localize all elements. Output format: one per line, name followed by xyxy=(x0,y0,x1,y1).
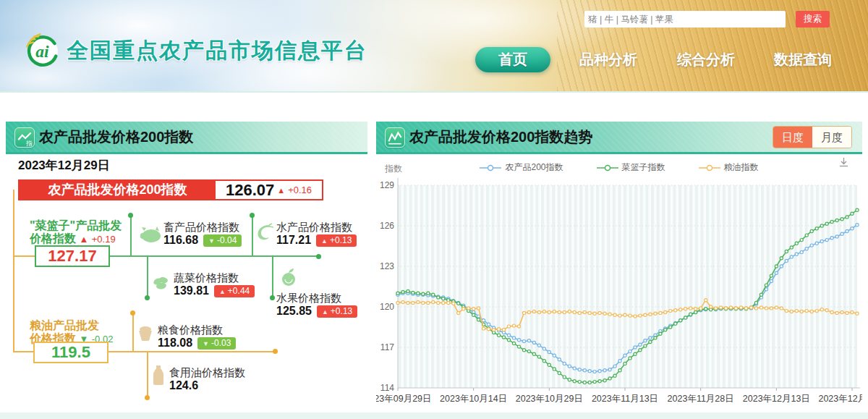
svg-text:126: 126 xyxy=(380,221,394,231)
right-panel-header: 农产品批发价格200指数趋势 日度 月度 xyxy=(376,122,862,154)
grain-badge: ▼-0.03 xyxy=(197,337,236,350)
left-panel-header: 指 农产品批发价格200指数 xyxy=(6,122,367,154)
legend-label: 菜篮子指数 xyxy=(622,161,665,174)
up-triangle-icon: ▲ xyxy=(219,288,226,295)
fruit-label: 水果价格指数 xyxy=(276,292,341,305)
trunk-line xyxy=(13,190,14,352)
edible-oil-value-row: 124.6 xyxy=(169,379,198,392)
legend-label: 粮油指数 xyxy=(724,161,759,174)
node-dot xyxy=(316,254,321,259)
trend-chart-panel: 农产品批发价格200指数趋势 日度 月度 指数 农产品200指数菜篮子指数粮油指… xyxy=(376,122,862,411)
grain-value-row: 118.08 ▼-0.03 xyxy=(158,337,236,350)
edible-oil-value: 124.6 xyxy=(169,379,198,392)
nav-item-home[interactable]: 首页 xyxy=(475,47,550,72)
index-tree: 2023年12月29日 农产品批发价格200指数 126.07 ▲ +0.16 xyxy=(6,154,367,415)
svg-text:ai: ai xyxy=(35,42,49,61)
svg-text:2023年10月14日: 2023年10月14日 xyxy=(440,394,507,404)
legend-item[interactable]: 粮油指数 xyxy=(699,161,759,174)
download-icon[interactable] xyxy=(838,157,849,171)
main-index-label: 农产品批发价格200指数 xyxy=(20,181,216,199)
main-index-change: +0.16 xyxy=(288,185,312,195)
livestock-value: 116.68 xyxy=(163,234,198,247)
oil-bottle-icon xyxy=(152,365,166,389)
nav-item-comprehensive-analysis[interactable]: 综合分析 xyxy=(671,47,741,72)
nav-item-data-query[interactable]: 数据查询 xyxy=(768,47,838,72)
node-dot xyxy=(145,395,150,400)
svg-text:2023年12月13日: 2023年12月13日 xyxy=(743,394,810,404)
basket-h-line xyxy=(107,255,319,257)
main-index-number: 126.07 xyxy=(226,181,274,199)
period-toggle: 日度 月度 xyxy=(773,126,852,148)
vegetable-icon xyxy=(152,274,171,295)
svg-text:123: 123 xyxy=(380,261,394,271)
fruit-value-row: 125.85 ▲+0.13 xyxy=(276,305,357,318)
shrimp-icon xyxy=(255,223,273,245)
site-logo[interactable]: ai xyxy=(22,30,62,71)
aquatic-stub xyxy=(252,215,253,257)
legend-marker-icon xyxy=(597,164,618,172)
svg-text:2023年11月13日: 2023年11月13日 xyxy=(592,394,658,404)
search-button[interactable]: 搜索 xyxy=(796,11,830,27)
grainoil-branch-line xyxy=(13,351,33,352)
price-index-panel: 指 农产品批发价格200指数 2023年12月29日 农产品批发价格200指数 … xyxy=(6,122,367,411)
edible-oil-label: 食用油价格指数 xyxy=(169,366,245,380)
grain-value: 118.08 xyxy=(158,337,192,350)
svg-text:129: 129 xyxy=(380,180,394,190)
site-title: 全国重点农产品市场信息平台 xyxy=(67,36,367,66)
basket-name-line2: 价格指数 xyxy=(30,232,76,245)
vegetable-value: 139.81 xyxy=(174,284,209,297)
trend-plot: 1141171201231261292023年09月29日2023年10月14日… xyxy=(376,174,862,413)
basket-value-box: 127.17 xyxy=(35,245,110,267)
svg-text:指: 指 xyxy=(25,140,33,147)
legend-item[interactable]: 农产品200指数 xyxy=(480,161,563,174)
aquatic-value-row: 117.21 ▲+0.13 xyxy=(276,234,357,247)
basket-branch-line xyxy=(13,255,35,257)
left-panel-title: 农产品批发价格200指数 xyxy=(39,122,193,152)
trend-chart: 指数 农产品200指数菜篮子指数粮油指数 1141171201231261292… xyxy=(376,154,862,413)
fruit-value: 125.85 xyxy=(276,305,312,318)
aquatic-badge: ▲+0.13 xyxy=(316,234,357,247)
index-chart-icon: 指 xyxy=(14,127,35,148)
up-triangle-icon: ▲ xyxy=(277,186,285,195)
node-dot xyxy=(130,310,135,316)
legend-marker-icon xyxy=(699,164,720,172)
svg-text:114: 114 xyxy=(380,383,394,393)
down-triangle-icon: ▼ xyxy=(208,237,215,245)
svg-text:120: 120 xyxy=(380,302,394,312)
livestock-value-row: 116.68 ▼-0.04 xyxy=(163,234,242,247)
toggle-monthly[interactable]: 月度 xyxy=(812,127,851,148)
legend-marker-icon xyxy=(480,164,501,172)
legend-label: 农产品200指数 xyxy=(505,161,563,174)
up-triangle-icon: ▲ xyxy=(321,237,328,245)
grainoil-value-box: 119.5 xyxy=(33,342,109,363)
legend-item[interactable]: 菜篮子指数 xyxy=(597,161,665,174)
livestock-stub xyxy=(130,215,132,257)
grain-bowl-icon xyxy=(136,323,155,344)
aquatic-label: 水产品价格指数 xyxy=(276,221,352,234)
vegetable-badge: ▲+0.44 xyxy=(214,285,255,297)
right-panel-title: 农产品批发价格200指数趋势 xyxy=(409,122,592,152)
livestock-label: 畜产品价格指数 xyxy=(163,221,239,234)
node-dot xyxy=(128,213,133,218)
grainoil-h-line xyxy=(106,351,275,352)
footer-strip xyxy=(0,412,868,419)
svg-text:2023年09月29日: 2023年09月29日 xyxy=(376,394,432,404)
aquatic-value: 117.21 xyxy=(276,234,311,247)
top-banner: ai 全国重点农产品市场信息平台 搜索 首页 品种分析 综合分析 数据查询 xyxy=(0,0,868,93)
svg-text:2023年12月28日: 2023年12月28日 xyxy=(818,394,862,404)
up-triangle-icon: ▲ xyxy=(322,308,328,316)
toggle-daily[interactable]: 日度 xyxy=(773,127,812,148)
main-index-box: 农产品批发价格200指数 126.07 ▲ +0.16 xyxy=(18,179,323,200)
down-triangle-icon: ▼ xyxy=(203,340,209,347)
index-date: 2023年12月29日 xyxy=(18,157,110,174)
search-input[interactable] xyxy=(584,11,786,27)
basket-name-line2-row: 价格指数 ▲ +0.19 xyxy=(30,232,116,245)
trend-chart-icon xyxy=(385,127,405,148)
vegetable-stub xyxy=(147,255,148,297)
vegetable-label: 蔬菜价格指数 xyxy=(174,271,239,285)
chart-legend: 农产品200指数菜篮子指数粮油指数 xyxy=(376,161,862,174)
logo-icon: ai xyxy=(22,30,62,68)
node-dot xyxy=(250,213,255,218)
grain-label: 粮食价格指数 xyxy=(158,323,223,337)
nav-item-variety-analysis[interactable]: 品种分析 xyxy=(574,47,643,72)
